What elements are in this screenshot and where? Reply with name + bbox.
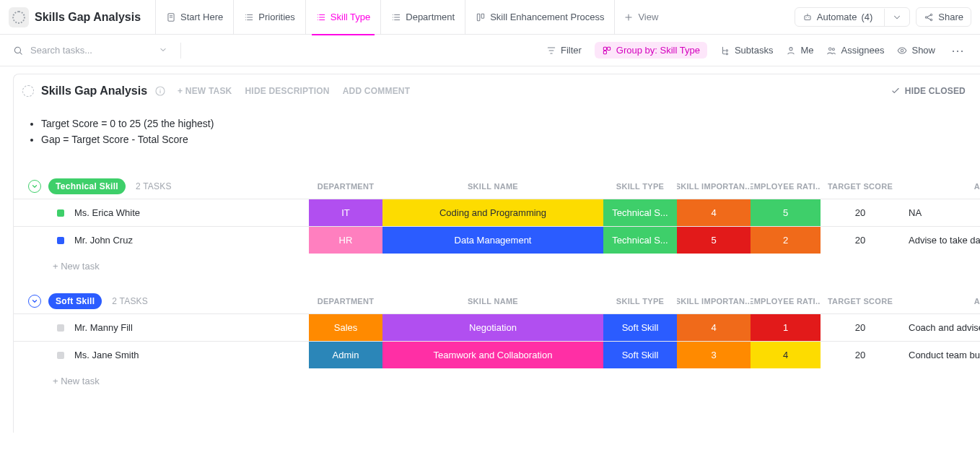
col-target-score[interactable]: TARGET SCORE	[821, 289, 900, 313]
top-bar: Skills Gap Analysis Start Here Prioritie…	[0, 0, 980, 35]
cell-department[interactable]: HR	[309, 227, 382, 254]
cell-target[interactable]: 20	[821, 227, 900, 254]
col-skill-type[interactable]: SKILL TYPE	[603, 174, 677, 199]
filter-button[interactable]: Filter	[546, 45, 582, 56]
search-input[interactable]	[29, 44, 153, 56]
add-comment-button[interactable]: ADD COMMENT	[343, 86, 411, 96]
col-advice[interactable]: A	[900, 289, 980, 313]
svg-point-12	[726, 53, 727, 54]
tab-label: Priorities	[258, 12, 295, 22]
cell-skill-type[interactable]: Soft Skill	[603, 314, 677, 341]
column-header-row: Technical Skill 2 TASKS DEPARTMENT SKILL…	[14, 174, 980, 199]
cell-rating[interactable]: 2	[751, 227, 821, 254]
description-bullet: Gap = Target Score - Total Score	[41, 134, 980, 145]
table-row[interactable]: Mr. Manny Fill Sales Negotiation Soft Sk…	[14, 313, 980, 341]
cell-target[interactable]: 20	[821, 342, 900, 368]
col-department[interactable]: DEPARTMENT	[309, 174, 382, 199]
cell-advice[interactable]: Conduct team building ac	[900, 342, 980, 368]
group-soft-skill: Soft Skill 2 TASKS DEPARTMENT SKILL NAME…	[14, 289, 980, 404]
table-row[interactable]: Ms. Jane Smith Admin Teamwork and Collab…	[14, 341, 980, 368]
cell-advice[interactable]: NA	[900, 199, 980, 226]
cell-skill-name[interactable]: Teamwork and Collaboration	[382, 342, 603, 368]
col-target-score[interactable]: TARGET SCORE	[821, 174, 900, 199]
tab-priorities[interactable]: Priorities	[233, 0, 305, 35]
chevron-down-icon	[31, 183, 38, 190]
col-skill-importance[interactable]: SKILL IMPORTAN...	[677, 289, 751, 313]
tab-skill-type[interactable]: Skill Type	[305, 0, 380, 35]
svg-point-15	[833, 48, 835, 50]
cell-department[interactable]: Admin	[309, 342, 382, 368]
description-list: Target Score = 0 to 25 (25 the highest) …	[14, 112, 980, 163]
group-header: Technical Skill 2 TASKS	[14, 174, 309, 199]
cell-skill-name[interactable]: Negotiation	[382, 314, 603, 341]
collapse-toggle[interactable]	[28, 295, 41, 308]
status-square-icon	[57, 237, 64, 244]
cell-importance[interactable]: 5	[677, 227, 751, 254]
collapse-toggle[interactable]	[28, 180, 41, 193]
search-wrap	[13, 44, 167, 57]
cell-advice[interactable]: Advise to take data mana	[900, 227, 980, 254]
search-dropdown[interactable]	[159, 44, 167, 57]
cell-target[interactable]: 20	[821, 199, 900, 226]
group-by-button[interactable]: Group by: Skill Type	[595, 42, 707, 59]
cell-target[interactable]: 20	[821, 314, 900, 341]
automate-dropdown[interactable]	[884, 9, 909, 26]
task-name-cell[interactable]: Mr. John Cruz	[14, 227, 309, 254]
cell-skill-name[interactable]: Coding and Programming	[382, 199, 603, 226]
cell-rating[interactable]: 4	[751, 342, 821, 368]
me-button[interactable]: Me	[786, 45, 813, 56]
tab-department[interactable]: Department	[380, 0, 465, 35]
table-row[interactable]: Ms. Erica White IT Coding and Programmin…	[14, 199, 980, 226]
svg-point-14	[829, 47, 832, 50]
new-task-link[interactable]: + New task	[14, 368, 980, 386]
hide-description-button[interactable]: HIDE DESCRIPTION	[245, 86, 329, 96]
status-square-icon	[57, 352, 64, 359]
task-name-cell[interactable]: Mr. Manny Fill	[14, 314, 309, 341]
task-name-cell[interactable]: Ms. Jane Smith	[14, 342, 309, 368]
tab-skill-enhancement[interactable]: Skill Enhancement Process	[465, 0, 614, 35]
new-task-button[interactable]: + NEW TASK	[178, 86, 232, 96]
automate-button[interactable]: Automate (4)	[795, 7, 911, 27]
dotted-circle-icon	[12, 11, 25, 24]
group-pill[interactable]: Soft Skill	[48, 293, 102, 309]
cell-importance[interactable]: 4	[677, 314, 751, 341]
show-button[interactable]: Show	[897, 45, 935, 56]
table-row[interactable]: Mr. John Cruz HR Data Management Technic…	[14, 226, 980, 254]
svg-point-16	[901, 49, 904, 52]
share-icon	[924, 12, 934, 22]
cell-rating[interactable]: 1	[751, 314, 821, 341]
tab-start-here[interactable]: Start Here	[155, 0, 233, 35]
chevron-down-icon	[892, 12, 902, 22]
subtasks-button[interactable]: Subtasks	[720, 45, 773, 56]
cell-importance[interactable]: 4	[677, 199, 751, 226]
col-skill-name[interactable]: SKILL NAME	[382, 289, 603, 313]
col-skill-type[interactable]: SKILL TYPE	[603, 289, 677, 313]
assignees-button[interactable]: Assignees	[826, 45, 884, 56]
col-advice[interactable]: A	[900, 174, 980, 199]
cell-advice[interactable]: Coach and advise to take	[900, 314, 980, 341]
hide-closed-button[interactable]: HIDE CLOSED	[891, 86, 966, 96]
filter-label: Filter	[561, 45, 582, 56]
group-icon	[602, 46, 612, 56]
new-task-link[interactable]: + New task	[14, 254, 980, 272]
cell-skill-type[interactable]: Soft Skill	[603, 342, 677, 368]
col-skill-importance[interactable]: SKILL IMPORTAN...	[677, 174, 751, 199]
add-view-button[interactable]: View	[614, 0, 667, 35]
cell-department[interactable]: IT	[309, 199, 382, 226]
list-icon	[391, 12, 401, 22]
more-button[interactable]: ⋯	[948, 43, 967, 59]
col-department[interactable]: DEPARTMENT	[309, 289, 382, 313]
section-head-actions: + NEW TASK HIDE DESCRIPTION ADD COMMENT	[178, 86, 410, 96]
cell-department[interactable]: Sales	[309, 314, 382, 341]
task-name-cell[interactable]: Ms. Erica White	[14, 199, 309, 226]
col-employee-rating[interactable]: EMPLOYEE RATI...	[751, 289, 821, 313]
col-employee-rating[interactable]: EMPLOYEE RATI...	[751, 174, 821, 199]
share-button[interactable]: Share	[916, 7, 971, 27]
group-pill[interactable]: Technical Skill	[48, 178, 126, 194]
cell-skill-type[interactable]: Technical S...	[603, 227, 677, 254]
cell-skill-type[interactable]: Technical S...	[603, 199, 677, 226]
col-skill-name[interactable]: SKILL NAME	[382, 174, 603, 199]
cell-rating[interactable]: 5	[751, 199, 821, 226]
cell-importance[interactable]: 3	[677, 342, 751, 368]
cell-skill-name[interactable]: Data Management	[382, 227, 603, 254]
